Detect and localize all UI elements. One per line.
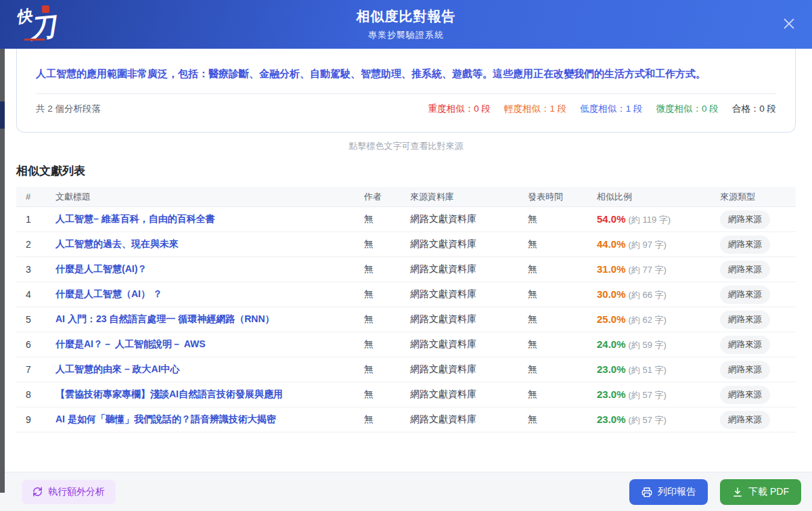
source-type-badge: 網路來源	[720, 361, 770, 379]
document-title-link[interactable]: 【雲協技術專家專欄】淺談AI自然語言技術發展與應用	[55, 388, 283, 399]
date-cell: 無	[520, 363, 589, 376]
paragraph-count-label: 共 2 個分析段落	[36, 103, 101, 115]
background-page-edge	[0, 49, 5, 493]
date-cell: 無	[520, 238, 589, 250]
column-header-source-type: 來源類型	[712, 191, 796, 203]
logo-character-1: 快	[15, 5, 33, 28]
table-row: 3 什麼是人工智慧(AI)？ 無 網路文獻資料庫 無 31.0%(約 77 字)…	[16, 257, 796, 282]
document-title-link[interactable]: 人工智慧的過去、現在與未來	[55, 238, 179, 249]
source-type-badge: 網路來源	[720, 286, 770, 304]
database-cell: 網路文獻資料庫	[402, 263, 520, 275]
author-cell: 無	[356, 213, 402, 225]
table-row: 7 人工智慧的由來 – 政大AI中心 無 網路文獻資料庫 無 23.0%(約 5…	[16, 357, 796, 382]
report-header: 快 刀 相似度比對報告 專業抄襲驗證系統	[0, 0, 812, 49]
extra-analysis-button[interactable]: 執行額外分析	[22, 480, 116, 504]
source-type-badge: 網路來源	[720, 411, 770, 429]
source-type-badge: 網路來源	[720, 261, 770, 279]
logo-seal-mark	[42, 5, 49, 13]
list-title: 相似文獻列表	[16, 163, 812, 179]
page-subtitle: 專業抄襲驗證系統	[357, 29, 456, 41]
similarity-percentage: 25.0%	[597, 313, 626, 325]
database-cell: 網路文獻資料庫	[402, 338, 520, 351]
source-type-badge: 網路來源	[720, 210, 770, 229]
extra-analysis-label: 執行額外分析	[48, 486, 105, 498]
column-header-title: 文獻標題	[47, 191, 356, 203]
author-cell: 無	[356, 313, 402, 326]
hint-text: 點擊標色文字可查看比對來源	[0, 140, 812, 152]
app-logo: 快 刀	[15, 3, 62, 45]
row-index: 9	[16, 414, 47, 425]
document-title-link[interactable]: AI 入門：23 自然語言處理一 循環神經網路（RNN）	[55, 313, 275, 324]
database-cell: 網路文獻資料庫	[402, 213, 520, 225]
database-cell: 網路文獻資料庫	[402, 414, 520, 426]
similarity-stat: 重度相似：0 段	[428, 103, 491, 115]
download-pdf-button[interactable]: 下載 PDF	[720, 479, 801, 505]
similarity-percentage: 23.0%	[597, 363, 626, 375]
footer-actions: 列印報告 下載 PDF	[629, 479, 801, 505]
table-row: 2 人工智慧的過去、現在與未來 無 網路文獻資料庫 無 44.0%(約 97 字…	[16, 232, 796, 257]
similarity-percentage: 30.0%	[597, 288, 626, 300]
row-index: 6	[16, 339, 47, 350]
row-index: 3	[16, 264, 47, 275]
source-type-badge: 網路來源	[720, 311, 770, 329]
document-title-link[interactable]: 什麼是人工智慧（AI） ？	[55, 288, 162, 299]
author-cell: 無	[356, 288, 402, 301]
table-row: 4 什麼是人工智慧（AI） ？ 無 網路文獻資料庫 無 30.0%(約 66 字…	[16, 282, 796, 307]
character-count: (約 97 字)	[629, 240, 667, 250]
similarity-percentage: 23.0%	[597, 388, 626, 400]
page-title: 相似度比對報告	[357, 7, 456, 26]
document-title-link[interactable]: 什麼是人工智慧(AI)？	[55, 263, 147, 274]
card-divider	[36, 93, 776, 94]
date-cell: 無	[520, 338, 589, 351]
row-index: 2	[16, 239, 47, 250]
character-count: (約 59 字)	[629, 340, 667, 350]
database-cell: 網路文獻資料庫	[402, 313, 520, 326]
column-header-similarity: 相似比例	[589, 191, 712, 203]
character-count: (約 119 字)	[629, 215, 671, 225]
header-titles: 相似度比對報告 專業抄襲驗證系統	[357, 7, 456, 41]
character-count: (約 77 字)	[629, 265, 667, 275]
table-row: 8 【雲協技術專家專欄】淺談AI自然語言技術發展與應用 無 網路文獻資料庫 無 …	[16, 382, 796, 407]
report-footer: 執行額外分析 列印報告 下載 PDF	[0, 472, 812, 511]
download-icon	[732, 487, 743, 497]
similarity-stats: 重度相似：0 段輕度相似：1 段低度相似：1 段微度相似：0 段合格：0 段	[428, 103, 776, 115]
database-cell: 網路文獻資料庫	[402, 363, 520, 376]
date-cell: 無	[520, 213, 589, 225]
source-type-badge: 網路來源	[720, 386, 770, 404]
author-cell: 無	[356, 338, 402, 351]
character-count: (約 62 字)	[629, 315, 667, 325]
row-index: 8	[16, 389, 47, 400]
character-count: (約 66 字)	[629, 290, 667, 300]
document-title-link[interactable]: 什麼是AI？－ 人工智能說明－ AWS	[55, 338, 206, 349]
print-report-button[interactable]: 列印報告	[629, 479, 708, 505]
logo-character-2: 刀	[27, 7, 58, 47]
column-header-database: 來源資料庫	[402, 191, 520, 203]
character-count: (約 57 字)	[629, 415, 667, 425]
row-index: 7	[16, 364, 47, 375]
row-index: 1	[16, 214, 47, 225]
table-row: 9 AI 是如何「聽懂」我們說話的？語音辨識技術大揭密 無 網路文獻資料庫 無 …	[16, 407, 796, 432]
row-index: 4	[16, 289, 47, 300]
date-cell: 無	[520, 288, 589, 301]
similarity-stat: 低度相似：1 段	[580, 103, 642, 115]
date-cell: 無	[520, 263, 589, 275]
source-type-badge: 網路來源	[720, 336, 770, 354]
similarity-percentage: 44.0%	[597, 238, 626, 250]
document-title-link[interactable]: 人工智慧的由來 – 政大AI中心	[55, 363, 180, 374]
download-pdf-label: 下載 PDF	[748, 486, 789, 498]
similarity-percentage: 23.0%	[597, 414, 626, 425]
date-cell: 無	[520, 414, 589, 426]
column-header-index: #	[16, 192, 47, 202]
similarity-percentage: 31.0%	[597, 263, 626, 275]
close-icon[interactable]	[778, 14, 800, 35]
document-title-link[interactable]: 人工智慧– 維基百科，自由的百科全書	[55, 213, 215, 224]
author-cell: 無	[356, 388, 402, 401]
similar-table-body: 1 人工智慧– 維基百科，自由的百科全書 無 網路文獻資料庫 無 54.0%(約…	[16, 207, 796, 432]
author-cell: 無	[356, 414, 402, 426]
column-header-author: 作者	[356, 191, 402, 203]
analyzed-paragraph-text[interactable]: 人工智慧的應用範圍非常廣泛，包括：醫療診斷、金融分析、自動駕駛、智慧助理、推系統…	[36, 66, 776, 82]
date-cell: 無	[520, 313, 589, 326]
similarity-report-modal: 快 刀 相似度比對報告 專業抄襲驗證系統 人工智慧的應用範圍非常廣泛，包括：醫療…	[0, 0, 812, 511]
character-count: (約 51 字)	[629, 365, 667, 375]
document-title-link[interactable]: AI 是如何「聽懂」我們說話的？語音辨識技術大揭密	[55, 414, 276, 424]
